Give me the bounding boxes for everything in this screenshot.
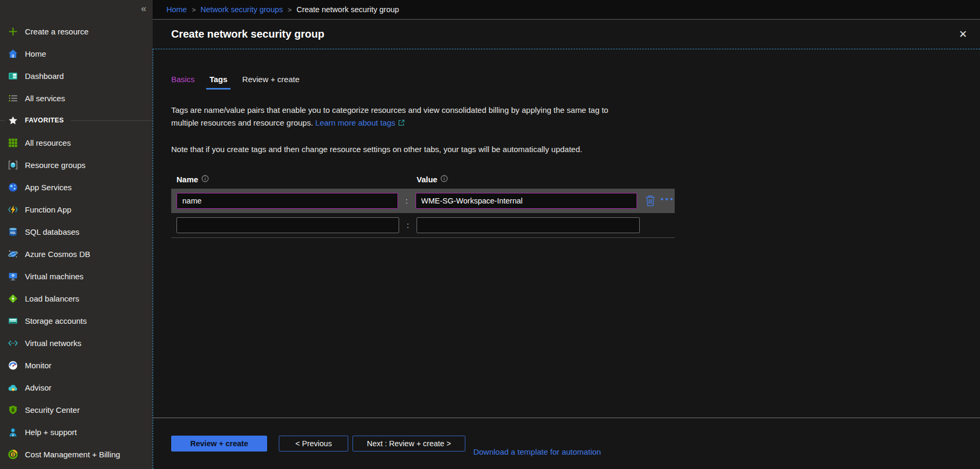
learn-more-link[interactable]: Learn more about tags (315, 118, 395, 127)
tag-row: : ••• (171, 189, 675, 213)
tag-separator: : (398, 197, 416, 205)
tags-note: Note that if you create tags and then ch… (171, 145, 969, 154)
tag-name-input[interactable] (176, 193, 398, 209)
tab-bar: Basics Tags Review + create (171, 75, 969, 90)
virtual-networks-icon (8, 338, 18, 348)
sidebar-item-label: Virtual machines (25, 272, 84, 281)
sidebar-item-cost-management-billing[interactable]: $ Cost Management + Billing (0, 443, 153, 465)
breadcrumb-home-link[interactable]: Home (166, 5, 187, 14)
sidebar-item-label: Virtual networks (25, 339, 81, 348)
plus-icon (8, 26, 18, 37)
sidebar-item-label: Load balancers (25, 294, 80, 303)
breadcrumb-nsg-link[interactable]: Network security groups (200, 5, 283, 14)
sidebar-favorites-header: FAVORITES (0, 109, 153, 131)
sidebar-item-resource-groups[interactable]: Resource groups (0, 154, 153, 176)
previous-button[interactable]: < Previous (279, 436, 348, 452)
sidebar-item-advisor[interactable]: Advisor (0, 376, 153, 399)
tab-review-create[interactable]: Review + create (242, 75, 299, 90)
panel-header: Create network security group ✕ (153, 20, 980, 49)
svg-text:SQL: SQL (10, 231, 16, 234)
sidebar-item-dashboard[interactable]: Dashboard (0, 65, 153, 87)
resource-groups-icon (8, 160, 18, 170)
value-column-header: Value (417, 175, 437, 184)
tag-name-input[interactable] (176, 217, 399, 233)
sidebar-item-sql-databases[interactable]: SQL SQL databases (0, 220, 153, 243)
next-button[interactable]: Next : Review + create > (352, 436, 465, 452)
tag-row: : (171, 213, 675, 237)
delete-tag-icon[interactable] (643, 194, 657, 208)
sidebar-item-all-services[interactable]: All services (0, 87, 153, 109)
favorites-divider-left (0, 120, 5, 121)
sidebar-item-load-balancers[interactable]: Load balancers (0, 287, 153, 309)
sidebar-item-label: Help + support (25, 428, 77, 437)
tags-table: Name Value : ••• : (171, 175, 675, 238)
breadcrumb-separator-icon: > (192, 6, 196, 14)
sidebar-item-label: All resources (25, 138, 71, 147)
review-create-button[interactable]: Review + create (171, 436, 267, 452)
close-icon[interactable]: ✕ (955, 26, 972, 42)
page-title: Create network security group (171, 28, 955, 40)
sidebar-item-all-resources[interactable]: All resources (0, 131, 153, 154)
sidebar-item-help-support[interactable]: Help + support (0, 421, 153, 443)
storage-accounts-icon (8, 316, 18, 326)
sidebar-item-label: Advisor (25, 383, 51, 392)
svg-text:$: $ (12, 452, 14, 456)
sidebar: « Create a resource Home Dashboard All s… (0, 0, 153, 469)
breadcrumb: Home > Network security groups > Create … (153, 0, 980, 20)
description-line-1: Tags are name/value pairs that enable yo… (171, 104, 969, 117)
sidebar-item-label: Azure Cosmos DB (25, 250, 90, 259)
download-template-link[interactable]: Download a template for automation (473, 447, 601, 456)
sidebar-item-label: All services (25, 94, 65, 103)
load-balancers-icon (8, 294, 18, 304)
sidebar-item-create-a-resource[interactable]: Create a resource (0, 20, 153, 42)
sidebar-item-label: Home (25, 49, 46, 58)
monitor-icon (8, 360, 18, 370)
sidebar-item-label: Security Center (25, 405, 80, 414)
more-options-icon[interactable]: ••• (660, 197, 675, 205)
info-icon[interactable] (440, 175, 448, 184)
sidebar-item-app-services[interactable]: App Services (0, 176, 153, 198)
tab-content: Basics Tags Review + create Tags are nam… (153, 49, 980, 418)
favorites-divider-right (70, 120, 153, 121)
tag-separator: : (399, 221, 417, 229)
sidebar-item-virtual-networks[interactable]: Virtual networks (0, 332, 153, 354)
info-icon[interactable] (201, 175, 209, 184)
sidebar-item-label: Function App (25, 205, 72, 214)
app-services-icon (8, 182, 18, 192)
sidebar-item-security-center[interactable]: Security Center (0, 399, 153, 421)
breadcrumb-current: Create network security group (296, 5, 399, 14)
sidebar-item-label: Monitor (25, 361, 51, 370)
home-icon (8, 49, 18, 59)
grid-icon (8, 138, 18, 148)
tag-value-input[interactable] (416, 193, 638, 209)
tags-table-header: Name Value (171, 175, 675, 184)
main-area: Home > Network security groups > Create … (153, 0, 980, 469)
tab-tags[interactable]: Tags (206, 75, 231, 90)
tags-rows: : ••• : (171, 189, 675, 238)
security-center-icon (8, 405, 18, 415)
sidebar-item-monitor[interactable]: Monitor (0, 354, 153, 376)
sidebar-item-azure-cosmos-db[interactable]: Azure Cosmos DB (0, 243, 153, 265)
sidebar-collapse-icon[interactable]: « (141, 3, 146, 14)
function-app-icon (8, 205, 18, 215)
sidebar-item-home[interactable]: Home (0, 42, 153, 65)
dashboard-icon (8, 71, 18, 81)
virtual-machines-icon (8, 271, 18, 281)
external-link-icon (398, 117, 405, 130)
sidebar-item-virtual-machines[interactable]: Virtual machines (0, 265, 153, 287)
star-icon (8, 116, 18, 126)
sidebar-item-label: App Services (25, 183, 72, 192)
name-column-header: Name (176, 175, 198, 184)
sidebar-item-label: SQL databases (25, 227, 80, 236)
sidebar-item-label: Storage accounts (25, 316, 87, 325)
sidebar-item-label: Cost Management + Billing (25, 450, 120, 459)
sidebar-item-function-app[interactable]: Function App (0, 198, 153, 220)
tags-description: Tags are name/value pairs that enable yo… (171, 104, 969, 130)
tag-value-input[interactable] (417, 217, 640, 233)
sidebar-item-storage-accounts[interactable]: Storage accounts (0, 309, 153, 332)
tab-basics[interactable]: Basics (171, 75, 195, 90)
sidebar-item-label: FAVORITES (25, 117, 64, 124)
panel-content: Basics Tags Review + create Tags are nam… (153, 49, 980, 469)
sidebar-item-label: Dashboard (25, 72, 64, 81)
advisor-icon (8, 383, 18, 393)
